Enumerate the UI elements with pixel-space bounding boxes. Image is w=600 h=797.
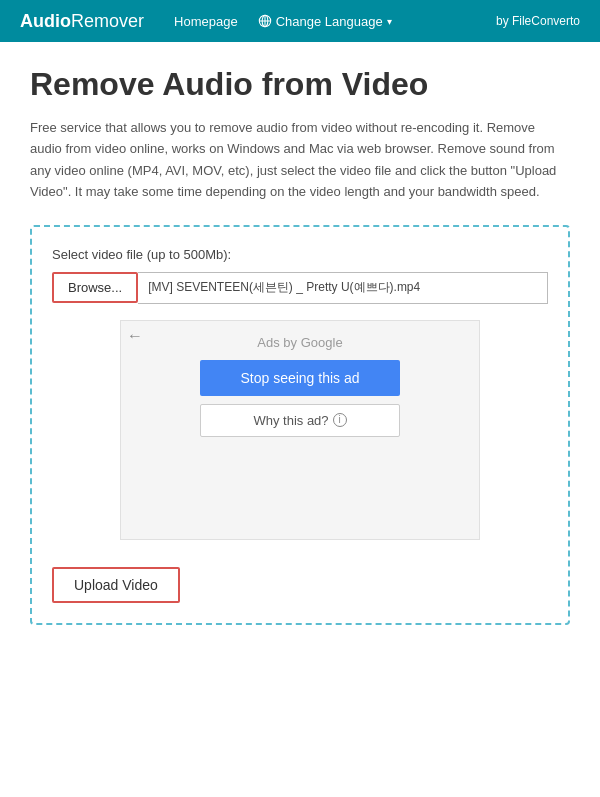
file-name-display: [MV] SEVENTEEN(세븐틴) _ Pretty U(예쁘다).mp4	[138, 272, 548, 304]
stop-seeing-ad-button[interactable]: Stop seeing this ad	[200, 360, 400, 396]
browse-button[interactable]: Browse...	[52, 272, 138, 303]
logo-bold: Audio	[20, 11, 71, 31]
upload-box: Select video file (up to 500Mb): Browse.…	[30, 225, 570, 625]
select-label: Select video file (up to 500Mb):	[52, 247, 548, 262]
main-content: Remove Audio from Video Free service tha…	[0, 42, 600, 655]
header: AudioRemover Homepage Change Language ▾ …	[0, 0, 600, 42]
homepage-link[interactable]: Homepage	[174, 14, 238, 29]
page-title: Remove Audio from Video	[30, 66, 570, 103]
info-icon: i	[333, 413, 347, 427]
change-language-link[interactable]: Change Language ▾	[258, 14, 392, 29]
upload-btn-row: Upload Video	[52, 567, 180, 603]
back-arrow-icon[interactable]: ←	[127, 327, 143, 345]
upload-video-button[interactable]: Upload Video	[52, 567, 180, 603]
dropdown-arrow-icon: ▾	[387, 16, 392, 27]
why-ad-label: Why this ad?	[253, 413, 328, 428]
change-language-label: Change Language	[276, 14, 383, 29]
logo-light: Remover	[71, 11, 144, 31]
globe-icon	[258, 14, 272, 28]
fileconverto-label: by FileConverto	[496, 14, 580, 28]
file-input-row: Browse... [MV] SEVENTEEN(세븐틴) _ Pretty U…	[52, 272, 548, 304]
description-text: Free service that allows you to remove a…	[30, 117, 570, 203]
site-logo[interactable]: AudioRemover	[20, 11, 144, 32]
ads-by-google-label: Ads by Google	[257, 335, 342, 350]
main-nav: Homepage Change Language ▾	[174, 14, 392, 29]
why-this-ad-button[interactable]: Why this ad? i	[200, 404, 400, 437]
ad-area: ← Ads by Google Stop seeing this ad Why …	[120, 320, 480, 540]
